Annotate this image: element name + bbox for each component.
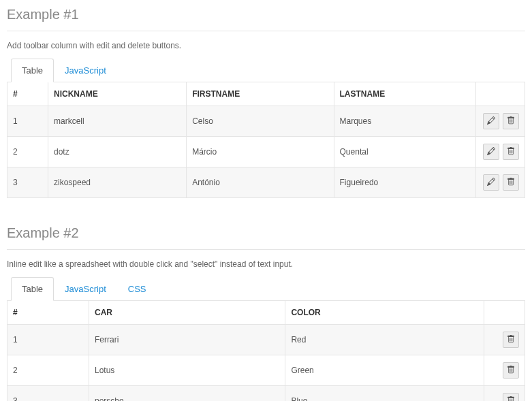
cell-actions [475, 106, 525, 137]
delete-button[interactable] [503, 332, 519, 348]
pencil-icon [487, 178, 495, 188]
edit-button[interactable] [483, 113, 499, 129]
cell-index: 1 [7, 106, 48, 137]
example2-description: Inline edit like a spreadsheet with doub… [7, 259, 525, 269]
divider [7, 249, 525, 250]
trash-icon [507, 116, 515, 127]
tab-javascript[interactable]: JavaScript [54, 277, 117, 301]
col-index: # [7, 82, 48, 106]
table-row: 3 porsche Blue [7, 386, 525, 402]
trash-icon [507, 147, 515, 157]
table-row: 1 Ferrari Red [7, 325, 525, 355]
cell-actions [475, 137, 525, 167]
cell-color[interactable]: Red [285, 325, 484, 355]
cell-car[interactable]: Lotus [89, 355, 285, 386]
table-row: 1 markcell Celso Marques [7, 106, 525, 137]
example1-description: Add toolbar column with edit and delete … [7, 41, 525, 50]
example2-title: Example #2 [7, 225, 525, 241]
col-actions [475, 82, 525, 106]
col-nickname: NICKNAME [48, 82, 187, 106]
cell-index: 2 [7, 137, 48, 167]
trash-icon [507, 396, 515, 402]
delete-button[interactable] [503, 174, 519, 191]
cell-actions [475, 167, 525, 198]
cell-actions [484, 386, 525, 402]
col-color: COLOR [285, 301, 484, 325]
table-row: 2 dotz Márcio Quental [7, 137, 525, 167]
pencil-icon [487, 116, 495, 127]
divider [7, 31, 525, 31]
delete-button[interactable] [503, 362, 519, 379]
example1-tabs: Table JavaScript [11, 59, 525, 82]
tab-javascript[interactable]: JavaScript [54, 59, 117, 82]
cell-nickname: markcell [48, 106, 187, 137]
delete-button[interactable] [503, 144, 519, 160]
col-actions [484, 301, 525, 325]
delete-button[interactable] [503, 113, 519, 129]
trash-icon [507, 335, 515, 345]
trash-icon [507, 178, 515, 188]
cell-index: 1 [7, 325, 89, 355]
cell-nickname: zikospeed [48, 167, 187, 198]
edit-button[interactable] [483, 174, 499, 191]
col-index: # [7, 301, 89, 325]
delete-button[interactable] [503, 393, 519, 401]
cell-color[interactable]: Blue [285, 386, 484, 402]
example2-table: # CAR COLOR 1 Ferrari Red 2 Lotus Green [7, 300, 525, 401]
col-lastname: LASTNAME [334, 82, 475, 106]
table-row: 2 Lotus Green [7, 355, 525, 386]
cell-lastname: Figueiredo [334, 167, 475, 198]
edit-button[interactable] [483, 144, 499, 160]
cell-index: 3 [7, 386, 89, 402]
pencil-icon [487, 147, 495, 157]
cell-firstname: Márcio [187, 137, 334, 167]
cell-lastname: Quental [334, 137, 475, 167]
col-car: CAR [89, 301, 285, 325]
tab-css[interactable]: CSS [117, 277, 157, 301]
example2-tabs: Table JavaScript CSS [11, 277, 525, 301]
example1-title: Example #1 [7, 7, 525, 22]
cell-actions [484, 355, 525, 386]
cell-color[interactable]: Green [285, 355, 484, 386]
col-firstname: FIRSTNAME [187, 82, 334, 106]
example1-table: # NICKNAME FIRSTNAME LASTNAME 1 markcell… [7, 82, 525, 198]
cell-nickname: dotz [48, 137, 187, 167]
cell-car[interactable]: porsche [89, 386, 285, 402]
cell-firstname: António [187, 167, 334, 198]
table-header-row: # NICKNAME FIRSTNAME LASTNAME [7, 82, 525, 106]
table-row: 3 zikospeed António Figueiredo [7, 167, 525, 198]
cell-car[interactable]: Ferrari [89, 325, 285, 355]
cell-actions [484, 325, 525, 355]
tab-table[interactable]: Table [11, 277, 54, 301]
trash-icon [507, 366, 515, 376]
cell-index: 2 [7, 355, 89, 386]
cell-index: 3 [7, 167, 48, 198]
cell-lastname: Marques [334, 106, 475, 137]
cell-firstname: Celso [187, 106, 334, 137]
tab-table[interactable]: Table [11, 59, 54, 82]
table-header-row: # CAR COLOR [7, 301, 525, 325]
